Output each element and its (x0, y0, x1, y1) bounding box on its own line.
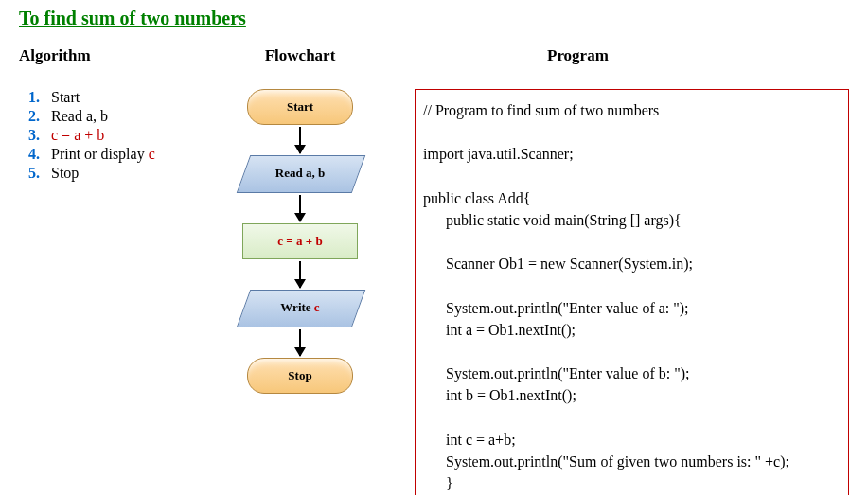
program-header: Program (547, 46, 849, 65)
flow-arrow-icon (299, 195, 301, 221)
flow-stop: Stop (247, 358, 353, 394)
step-text: Read a, b (51, 108, 108, 125)
alg-step-3: 3. c = a + b (28, 127, 223, 144)
step-text-plain: Read a, b (51, 108, 108, 124)
flowchart: Start Read a, b c = a + b Write c (234, 89, 366, 394)
content-columns: Algorithm 1. Start 2. Read a, b 3. (19, 46, 849, 495)
step-text-plain: Stop (51, 165, 79, 181)
step-text-plain: Print or display (51, 146, 149, 162)
alg-step-4: 4. Print or display c (28, 146, 223, 163)
flow-process-label: c = a + b (277, 234, 322, 249)
step-number: 3. (28, 127, 51, 144)
step-number: 4. (28, 146, 51, 163)
flow-read: Read a, b (234, 155, 366, 193)
flow-read-text: Read a, b (275, 166, 325, 181)
step-number: 2. (28, 108, 51, 125)
flow-read-label: Read a, b (234, 155, 366, 191)
step-text: Stop (51, 165, 79, 182)
flow-arrow-icon (299, 261, 301, 288)
step-number: 5. (28, 165, 51, 182)
alg-step-5: 5. Stop (28, 165, 223, 182)
program-code: // Program to find sum of two numbers im… (415, 89, 849, 495)
step-text: c = a + b (51, 127, 104, 144)
flowchart-column: Flowchart Start Read a, b c = a + b (223, 46, 377, 394)
flow-write-var: c (314, 300, 320, 315)
step-text-red: c = a + b (51, 127, 104, 143)
alg-step-1: 1. Start (28, 89, 223, 106)
step-text: Print or display c (51, 146, 155, 163)
flow-arrow-icon (299, 329, 301, 356)
flow-write-label: Write c (234, 290, 366, 326)
flowchart-header: Flowchart (265, 46, 336, 65)
flow-write: Write c (234, 290, 366, 327)
flow-write-prefix: Write (280, 300, 310, 315)
step-text-plain: Start (51, 89, 80, 105)
flow-start-label: Start (287, 99, 313, 115)
program-column: Program // Program to find sum of two nu… (415, 46, 849, 495)
flow-arrow-icon (299, 127, 301, 153)
step-text-red: c (149, 146, 155, 162)
alg-step-2: 2. Read a, b (28, 108, 223, 125)
flow-stop-label: Stop (288, 368, 311, 383)
algorithm-header: Algorithm (19, 46, 223, 65)
step-text: Start (51, 89, 80, 106)
flow-process: c = a + b (242, 223, 358, 259)
page-title: To find sum of two numbers (19, 8, 849, 29)
document-page: To find sum of two numbers Algorithm 1. … (0, 0, 868, 495)
algorithm-list: 1. Start 2. Read a, b 3. c = a + b (28, 89, 223, 182)
flow-start: Start (247, 89, 353, 125)
algorithm-column: Algorithm 1. Start 2. Read a, b 3. (19, 46, 223, 184)
step-number: 1. (28, 89, 51, 106)
